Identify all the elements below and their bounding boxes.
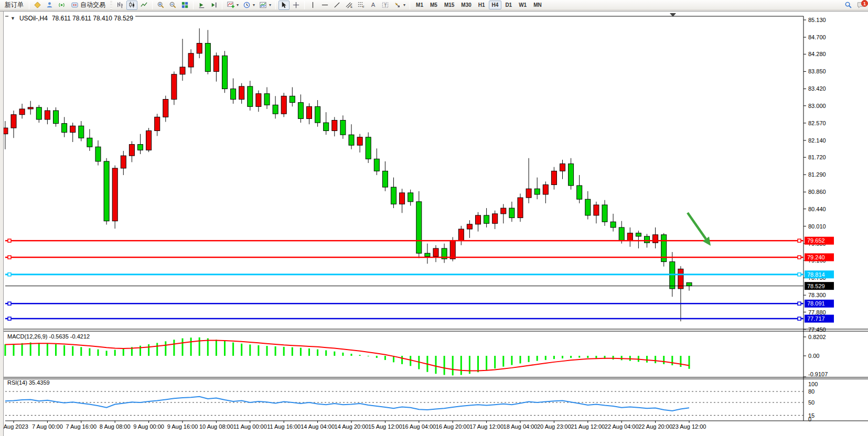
trendline-button[interactable]	[331, 1, 342, 10]
timeframe-button-MN[interactable]: MN	[530, 1, 545, 9]
zoom-out-button[interactable]	[167, 1, 178, 10]
chat-button[interactable]: 1	[855, 1, 866, 10]
svg-text:7 Aug 00:00: 7 Aug 00:00	[32, 423, 63, 430]
equidistant-channel-button[interactable]: E	[344, 1, 355, 10]
zoom-in-button[interactable]	[155, 1, 166, 10]
timeframe-button-D1[interactable]: D1	[502, 1, 515, 9]
svg-text:F: F	[362, 5, 365, 8]
chart-window: 85.13084.70084.28083.85083.42083.00082.5…	[0, 11, 868, 436]
text-button[interactable]: A	[368, 1, 379, 10]
svg-text:22 Aug 20:00: 22 Aug 20:00	[638, 423, 672, 430]
pane-borders	[0, 16, 868, 421]
fibonacci-button[interactable]: F	[356, 1, 367, 10]
svg-text:9 Aug 16:00: 9 Aug 16:00	[167, 423, 198, 430]
timeframe-button-W1[interactable]: W1	[516, 1, 530, 9]
timeframe-button-M1[interactable]: M1	[413, 1, 426, 9]
crosshair-icon	[292, 1, 300, 9]
timeframe-button-M5[interactable]: M5	[427, 1, 441, 9]
time-axis[interactable]: 4 Aug 20237 Aug 00:007 Aug 16:008 Aug 08…	[0, 421, 706, 430]
timeframe-bar: M1M5M15M30H1H4D1W1MN	[413, 1, 545, 9]
chart-shift-icon	[210, 1, 218, 9]
svg-text:78.529: 78.529	[807, 283, 825, 289]
vertical-line-button[interactable]	[307, 1, 318, 10]
add-indicator-button[interactable]: ▾	[225, 1, 240, 10]
svg-text:0.8202: 0.8202	[808, 334, 826, 340]
bar-chart-button[interactable]	[114, 1, 125, 10]
line-handle	[8, 273, 11, 276]
window-left-border	[0, 12, 4, 436]
timeframe-button-M30[interactable]: M30	[458, 1, 474, 9]
equidistant-channel-icon: E	[345, 1, 353, 9]
market-watch-icon	[34, 1, 41, 9]
dropdown-arrow-icon[interactable]: ▾	[237, 3, 239, 7]
chart-shift-button[interactable]	[208, 1, 219, 10]
macd-pane	[4, 337, 690, 376]
svg-text:79.652: 79.652	[807, 237, 825, 244]
svg-text:50: 50	[808, 399, 815, 406]
line-handle	[798, 239, 801, 242]
toolbar-separator	[304, 1, 305, 9]
one-click-expand-icon[interactable]: ▼	[10, 16, 15, 21]
templates-button[interactable]: ▾	[258, 1, 273, 10]
toolbar-separator	[275, 1, 276, 9]
svg-text:77.717: 77.717	[807, 315, 825, 322]
timeframe-button-M15[interactable]: M15	[441, 1, 457, 9]
candlestick-series	[3, 28, 692, 321]
svg-text:9 Aug 00:00: 9 Aug 00:00	[133, 423, 164, 430]
dropdown-arrow-icon[interactable]: ▾	[403, 3, 405, 7]
market-watch-button[interactable]	[32, 1, 43, 10]
tile-windows-button[interactable]	[179, 1, 190, 10]
svg-text:15 Aug 12:00: 15 Aug 12:00	[368, 423, 402, 430]
svg-text:14 Aug 04:00: 14 Aug 04:00	[301, 423, 335, 430]
text-icon: A	[369, 1, 377, 9]
search-button[interactable]	[843, 1, 854, 10]
macd-axis[interactable]: 0.82020.00-0.9107	[803, 334, 828, 377]
svg-text:77.880: 77.880	[808, 309, 826, 315]
data-window-icon	[46, 1, 53, 9]
line-handle	[798, 302, 801, 305]
svg-text:80.440: 80.440	[808, 206, 826, 212]
timeframe-button-H1[interactable]: H1	[475, 1, 488, 9]
svg-text:83.000: 83.000	[808, 103, 826, 109]
periods-button[interactable]: ▾	[241, 1, 256, 10]
line-handle	[798, 273, 801, 276]
macd-indicator-label: MACD(12,26,9) -0.5635 -0.4212	[7, 333, 90, 340]
horizontal-line-button[interactable]	[319, 1, 330, 10]
cursor-icon	[280, 1, 288, 9]
arrows-button[interactable]: ▾	[392, 1, 407, 10]
svg-text:100: 100	[808, 381, 818, 387]
new-order-button[interactable]: 新订单	[2, 1, 26, 10]
autotrade-button[interactable]: 自动交易	[68, 1, 108, 10]
candlestick-chart-button[interactable]	[126, 1, 137, 10]
svg-text:82.140: 82.140	[808, 137, 826, 144]
rsi-indicator-label: RSI(14) 35.4359	[7, 379, 50, 386]
ohlc-values: 78.611 78.611 78.410 78.529	[52, 15, 133, 22]
cursor-button[interactable]	[278, 1, 290, 10]
dropdown-arrow-icon[interactable]: ▾	[269, 3, 271, 7]
crosshair-button[interactable]	[291, 1, 302, 10]
text-label-icon: T	[381, 1, 389, 9]
templates-icon	[259, 1, 267, 9]
text-label-button[interactable]: T	[380, 1, 391, 10]
chart-canvas[interactable]: 85.13084.70084.28083.85083.42083.00082.5…	[0, 12, 868, 436]
svg-text:77.450: 77.450	[808, 326, 826, 333]
horizontal-line-icon	[321, 1, 329, 9]
rsi-pane	[5, 391, 803, 416]
line-handle	[8, 302, 11, 305]
svg-text:80.860: 80.860	[808, 189, 826, 195]
data-window-button[interactable]	[44, 1, 55, 10]
svg-text:81.720: 81.720	[808, 154, 826, 160]
line-chart-button[interactable]	[138, 1, 149, 10]
svg-text:21 Aug 12:00: 21 Aug 12:00	[571, 423, 605, 430]
timeframe-button-H4[interactable]: H4	[489, 1, 502, 9]
dropdown-arrow-icon[interactable]: ▾	[253, 3, 255, 7]
toolbar-separator	[193, 1, 194, 9]
zoom-in-icon	[157, 1, 165, 9]
auto-scroll-button[interactable]	[196, 1, 207, 10]
svg-text:85.130: 85.130	[808, 17, 826, 23]
navigator-button[interactable]	[56, 1, 67, 10]
rsi-axis[interactable]: 1008050150	[808, 381, 818, 422]
line-chart-icon	[140, 1, 148, 9]
chart-title-bar: ▼ USOil-,H4 78.611 78.611 78.410 78.529	[8, 15, 135, 22]
zoom-out-icon	[169, 1, 177, 9]
